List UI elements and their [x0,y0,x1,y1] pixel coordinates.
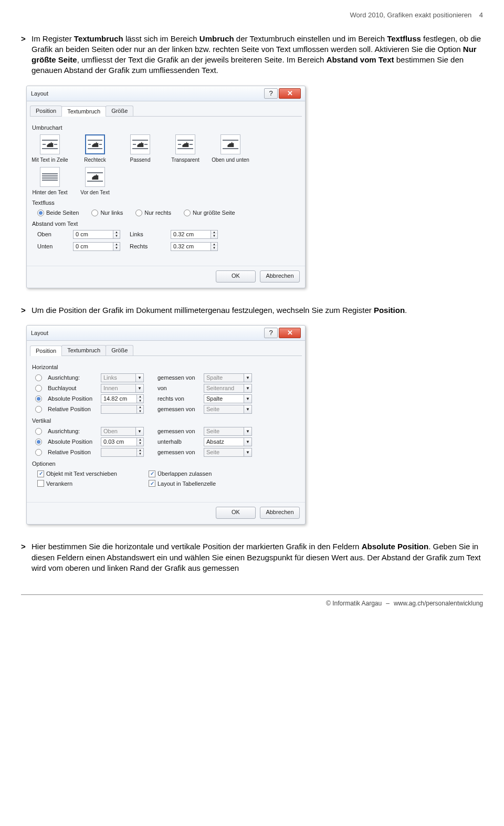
field-rechts[interactable]: 0.32 cm▲▼ [171,242,218,251]
combo-v-align[interactable]: Oben▼ [101,427,144,436]
close-button[interactable]: ✕ [279,328,301,338]
radio-nur-links[interactable]: Nur links [91,209,123,217]
paragraph-1: > Im Register Textumbruch lässt sich im … [21,34,483,76]
radio-nur-groesste[interactable]: Nur größte Seite [184,209,235,217]
wrap-front[interactable]: Vor den Text [80,167,110,196]
radio-h-ausrichtung[interactable] [35,374,42,381]
tab-textumbruch[interactable]: Textumbruch [61,106,106,117]
layout-dialog-position: Layout ? ✕ Position Textumbruch Größe Ho… [26,325,306,525]
label-rechts: Rechts [130,243,161,250]
chk-layout-in-cell[interactable]: Layout in Tabellenzelle [149,480,254,488]
group-options: Optionen [32,460,300,468]
ok-button[interactable]: OK [216,507,256,519]
label-oben: Oben [37,231,64,238]
field-links[interactable]: 0.32 cm▲▼ [171,230,218,239]
chk-move-with-text[interactable]: Objekt mit Text verschieben [37,470,142,478]
wrap-through[interactable]: Transparent [171,134,200,164]
footer-url: www.ag.ch/personalentwicklung [394,599,483,608]
label-unten: Unten [37,243,64,250]
group-horizontal: Horizontal [32,363,300,371]
radio-h-absolute[interactable] [35,395,42,402]
group-abstand: Abstand vom Text [32,220,300,228]
combo-h-ref2[interactable]: Seitenrand▼ [204,384,252,393]
chk-allow-overlap[interactable]: Überlappen zulassen [149,470,254,478]
wrap-topbottom[interactable]: Oben und unten [216,134,245,164]
header-page: 4 [479,11,483,19]
paragraph-2: > Um die Position der Grafik im Dokument… [21,305,483,316]
tab-position[interactable]: Position [30,106,62,116]
tab-textumbruch[interactable]: Textumbruch [61,345,106,356]
combo-h-ref4[interactable]: Seite▼ [204,405,252,414]
radio-v-relative[interactable] [35,449,42,456]
wrap-inline[interactable]: Mit Text in Zeile [35,134,65,164]
cancel-button[interactable]: Abbrechen [260,507,300,519]
group-vertical: Vertikal [32,417,300,425]
field-v-rel[interactable]: ▲▼ [101,448,144,457]
header-title: Word 2010, Grafiken exakt positionieren [350,11,472,19]
label-links: Links [130,231,161,238]
close-button[interactable]: ✕ [279,88,301,99]
radio-h-relative[interactable] [35,406,42,413]
radio-v-ausrichtung[interactable] [35,428,42,435]
combo-h-ref1[interactable]: Spalte▼ [204,373,252,382]
tab-groesse[interactable]: Größe [106,345,133,356]
cancel-button[interactable]: Abbrechen [260,270,300,283]
wrap-tight[interactable]: Passend [125,134,155,164]
field-oben[interactable]: 0 cm▲▼ [73,230,120,239]
combo-h-buch[interactable]: Innen▼ [101,384,144,393]
layout-dialog-textumbruch: Layout ? ✕ Position Textumbruch Größe Um… [26,86,306,288]
group-textfluss: Textfluss [32,199,300,207]
wrap-behind[interactable]: Hinter den Text [35,167,65,196]
tab-groesse[interactable]: Größe [106,106,133,116]
paragraph-3: > Hier bestimmen Sie die horizontale und… [21,541,483,573]
radio-h-buchlayout[interactable] [35,385,42,392]
help-button[interactable]: ? [264,88,278,99]
dialog-title: Layout [31,86,263,101]
wrap-square[interactable]: Rechteck [80,134,110,164]
combo-v-ref2[interactable]: Absatz▼ [204,437,252,446]
radio-nur-rechts[interactable]: Nur rechts [135,209,171,217]
combo-h-align[interactable]: Links▼ [101,373,144,382]
field-h-rel[interactable]: ▲▼ [101,405,144,414]
dialog-title: Layout [31,326,263,340]
combo-v-ref3[interactable]: Seite▼ [204,448,252,457]
chk-lock-anchor[interactable]: Verankern [37,480,142,488]
radio-v-absolute[interactable] [35,438,42,445]
combo-h-ref3[interactable]: Spalte▼ [204,394,252,403]
field-v-abs[interactable]: 0.03 cm▲▼ [101,437,144,446]
radio-beide-seiten[interactable]: Beide Seiten [37,209,79,217]
page-footer: © Informatik Aargau – www.ag.ch/personal… [21,594,483,608]
group-umbruchart: Umbruchart [32,124,300,132]
combo-v-ref1[interactable]: Seite▼ [204,427,252,436]
tab-position[interactable]: Position [30,346,62,356]
help-button[interactable]: ? [264,328,278,338]
field-unten[interactable]: 0 cm▲▼ [73,242,120,251]
field-h-abs[interactable]: 14.82 cm▲▼ [101,394,144,403]
page-header: Word 2010, Grafiken exakt positionieren … [21,11,483,20]
ok-button[interactable]: OK [216,270,256,283]
footer-copyright: © Informatik Aargau [326,599,382,608]
